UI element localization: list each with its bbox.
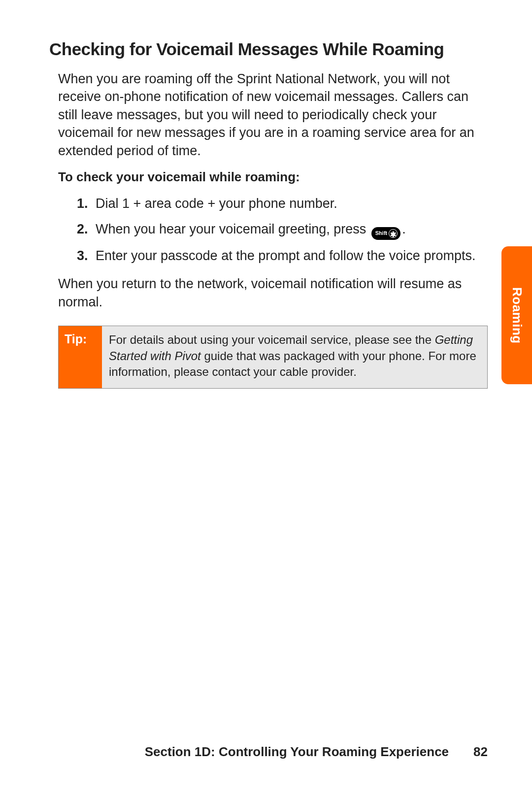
- section-side-tab: Roaming: [501, 246, 532, 384]
- page-footer: Section 1D: Controlling Your Roaming Exp…: [145, 744, 488, 760]
- shift-label: Shift: [375, 230, 387, 237]
- side-tab-label: Roaming: [509, 287, 525, 344]
- list-item: 2. When you hear your voicemail greeting…: [77, 220, 488, 240]
- tip-body: For details about using your voicemail s…: [102, 326, 487, 388]
- step-text-before: When you hear your voicemail greeting, p…: [96, 222, 370, 236]
- tip-text-before: For details about using your voicemail s…: [109, 333, 435, 346]
- list-text: When you hear your voicemail greeting, p…: [96, 220, 488, 240]
- asterisk-icon: ✱: [389, 229, 398, 238]
- list-text: Enter your passcode at the prompt and fo…: [96, 247, 488, 266]
- list-text: Dial 1 + area code + your phone number.: [96, 195, 488, 213]
- list-number: 2.: [77, 220, 96, 240]
- list-item: 1. Dial 1 + area code + your phone numbe…: [77, 195, 488, 213]
- intro-paragraph: When you are roaming off the Sprint Nati…: [58, 70, 488, 160]
- footer-page-number: 82: [473, 744, 488, 760]
- footer-section: Section 1D: Controlling Your Roaming Exp…: [145, 744, 449, 760]
- numbered-list: 1. Dial 1 + area code + your phone numbe…: [58, 195, 488, 265]
- subheading: To check your voicemail while roaming:: [58, 169, 488, 185]
- outro-paragraph: When you return to the network, voicemai…: [58, 275, 488, 311]
- list-number: 1.: [77, 195, 96, 213]
- document-page: Checking for Voicemail Messages While Ro…: [0, 0, 532, 389]
- shift-asterisk-key-icon: Shift✱: [371, 227, 400, 240]
- page-heading: Checking for Voicemail Messages While Ro…: [49, 39, 488, 59]
- list-item: 3. Enter your passcode at the prompt and…: [77, 247, 488, 266]
- tip-callout: Tip: For details about using your voicem…: [58, 326, 488, 388]
- list-number: 3.: [77, 247, 96, 266]
- step-text-after: .: [402, 222, 406, 236]
- tip-label: Tip:: [59, 326, 102, 388]
